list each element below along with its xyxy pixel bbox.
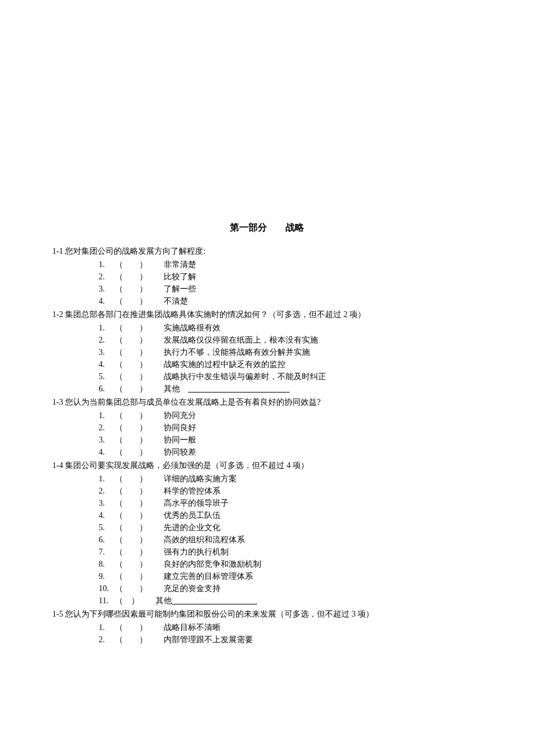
option: 2.（ ） 内部管理跟不上发展需要 [52,633,482,646]
option-checkbox[interactable]: （ ） [115,283,164,295]
option-number: 4. [99,295,115,307]
option-number: 2. [99,633,115,646]
option-number: 3. [99,497,115,509]
option-label: 战略执行中发生错误与偏差时，不能及时纠正 [164,372,326,381]
option-number: 6. [99,383,115,395]
option-number: 2. [99,271,115,283]
option-checkbox[interactable]: （ ） [115,358,164,370]
question-title: 1-4 集团公司要实现发展战略，必须加强的是（可多选，但不超过 4 项） [52,459,482,471]
option-checkbox[interactable]: （ ） [115,295,164,307]
option-checkbox[interactable]: （ ） [115,621,164,633]
question-1-2: 1-2 集团总部各部门在推进集团战略具体实施时的情况如何？（可多选，但不超过 2… [52,308,482,395]
option: 3.（ ） 执行力不够，没能将战略有效分解并实施 [52,346,482,358]
option-label: 协同一般 [164,435,196,444]
option-label: 先进的企业文化 [164,523,221,532]
option-label: 优秀的员工队伍 [164,511,221,520]
option: 5.（ ） 战略执行中发生错误与偏差时，不能及时纠正 [52,370,482,383]
questions-container: 1-1 您对集团公司的战略发展方向了解程度:1.（ ） 非常清楚2.（ ） 比较… [52,245,482,646]
option-checkbox[interactable]: （ ） [115,497,164,509]
option: 1.（ ） 非常清楚 [52,258,482,271]
option: 9.（ ） 建立完善的目标管理体系 [52,570,482,582]
option-label: 建立完善的目标管理体系 [164,572,253,581]
option-checkbox[interactable]: （ ） [115,383,164,395]
section-header: 第一部分 战略 [52,221,482,235]
question-title: 1-1 您对集团公司的战略发展方向了解程度: [52,245,482,257]
option-label: 协同良好 [164,423,196,432]
option-checkbox[interactable]: （ ） [115,595,156,607]
option-checkbox[interactable]: （ ） [115,322,164,334]
option-label: 协同较差 [164,448,196,456]
option-number: 5. [99,521,115,534]
option-checkbox[interactable]: （ ） [115,509,164,521]
option-label: 内部管理跟不上发展需要 [164,635,253,644]
option: 2.（ ） 协同良好 [52,422,482,434]
option: 3.（ ） 协同一般 [52,434,482,446]
option: 4.（ ） 协同较差 [52,446,482,458]
option: 1.（ ） 战略目标不清晰 [52,621,482,633]
option-label: 详细的战略实施方案 [164,474,237,483]
option: 3.（ ） 高水平的领导班子 [52,497,482,509]
option-label: 高效的组织和流程体系 [164,535,245,544]
option: 10.（ ） 充足的资金支持 [52,582,482,595]
option-checkbox[interactable]: （ ） [115,409,164,422]
option: 6.（ ） 其他 [52,383,482,395]
option: 6.（ ） 高效的组织和流程体系 [52,534,482,546]
option-label: 科学的管控体系 [164,487,221,495]
option-checkbox[interactable]: （ ） [115,570,164,582]
option-label: 协同充分 [164,411,196,420]
option-checkbox[interactable]: （ ） [115,370,164,383]
option-checkbox[interactable]: （ ） [115,258,164,271]
option-number: 10. [99,582,115,595]
option-number: 4. [99,358,115,370]
option-number: 3. [99,283,115,295]
option-number: 5. [99,370,115,383]
option-number: 3. [99,434,115,446]
option-label: 高水平的领导班子 [164,499,229,507]
option-checkbox[interactable]: （ ） [115,534,164,546]
option: 1.（ ） 协同充分 [52,409,482,422]
option-label: 良好的内部竞争和激励机制 [164,560,261,568]
option-number: 2. [99,485,115,497]
option-label: 不清楚 [164,297,188,305]
option-checkbox[interactable]: （ ） [115,346,164,358]
option-number: 8. [99,558,115,570]
option-checkbox[interactable]: （ ） [115,521,164,534]
fill-blank[interactable] [188,383,290,395]
option-label: 了解一些 [164,285,196,293]
option-number: 6. [99,534,115,546]
option: 1.（ ） 实施战略很有效 [52,322,482,334]
option-checkbox[interactable]: （ ） [115,446,164,458]
option: 3.（ ） 了解一些 [52,283,482,295]
option-checkbox[interactable]: （ ） [115,473,164,485]
question-1-1: 1-1 您对集团公司的战略发展方向了解程度:1.（ ） 非常清楚2.（ ） 比较… [52,245,482,307]
option-label: 其他 [156,596,172,605]
option: 2.（ ） 科学的管控体系 [52,485,482,497]
option-checkbox[interactable]: （ ） [115,334,164,346]
option-number: 4. [99,446,115,458]
option-label: 执行力不够，没能将战略有效分解并实施 [164,348,310,357]
option-number: 1. [99,258,115,271]
question-1-5: 1-5 您认为下列哪些因素最可能制约集团和股份公司的未来发展（可多选，但不超过 … [52,608,482,646]
option-checkbox[interactable]: （ ） [115,558,164,570]
question-title: 1-5 您认为下列哪些因素最可能制约集团和股份公司的未来发展（可多选，但不超过 … [52,608,482,620]
option-checkbox[interactable]: （ ） [115,271,164,283]
option-checkbox[interactable]: （ ） [115,633,164,646]
option-label: 强有力的执行机制 [164,548,229,556]
option-number: 7. [99,546,115,558]
option-checkbox[interactable]: （ ） [115,434,164,446]
question-title: 1-2 集团总部各部门在推进集团战略具体实施时的情况如何？（可多选，但不超过 2… [52,308,482,321]
option: 4.（ ） 战略实施的过程中缺乏有效的监控 [52,358,482,370]
option-checkbox[interactable]: （ ） [115,485,164,497]
option-checkbox[interactable]: （ ） [115,582,164,595]
option: 2.（ ） 比较了解 [52,271,482,283]
option-checkbox[interactable]: （ ） [115,546,164,558]
question-title: 1-3 您认为当前集团总部与成员单位在发展战略上是否有着良好的协同效益? [52,396,482,408]
option-checkbox[interactable]: （ ） [115,422,164,434]
option: 1.（ ） 详细的战略实施方案 [52,473,482,485]
question-1-4: 1-4 集团公司要实现发展战略，必须加强的是（可多选，但不超过 4 项）1.（ … [52,459,482,607]
option-number: 1. [99,621,115,633]
option: 11.（ ） 其他 [52,595,482,607]
option-label: 比较了解 [164,272,196,281]
option-label: 发展战略仅仅停留在纸面上，根本没有实施 [164,336,318,344]
fill-blank[interactable] [172,595,257,607]
